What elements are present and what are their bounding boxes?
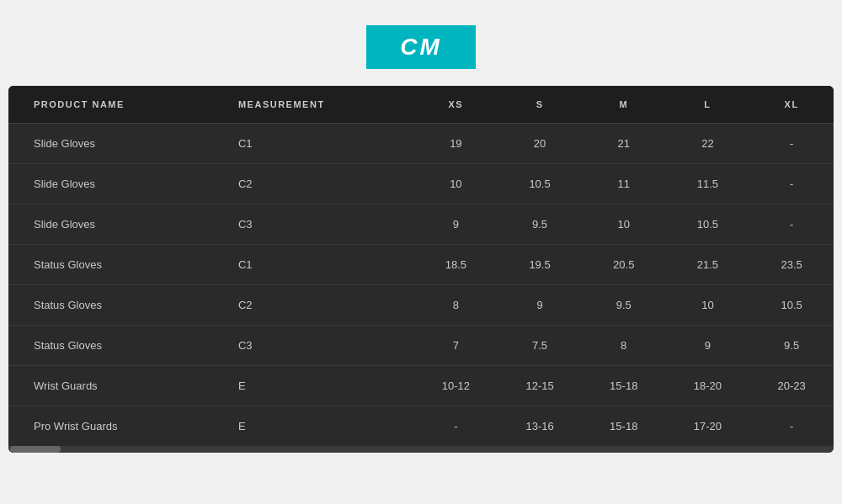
table-row: Slide GlovesC119202122- — [8, 124, 834, 164]
cell-l: 10 — [666, 285, 750, 326]
cm-badge: CM — [366, 25, 476, 69]
cell-m: 9.5 — [582, 285, 666, 326]
cell-product_name: Slide Gloves — [8, 164, 228, 204]
cell-m: 15-18 — [582, 366, 666, 406]
cell-measurement: C2 — [228, 285, 414, 326]
col-xl: XL — [749, 86, 834, 124]
cell-xl: - — [749, 164, 834, 204]
col-measurement: MEASUREMENT — [228, 86, 414, 124]
cell-m: 11 — [582, 164, 666, 204]
cell-xs: 18.5 — [414, 245, 498, 285]
scrollbar-thumb — [10, 446, 61, 453]
cell-l: 17-20 — [666, 406, 750, 447]
cell-xs: - — [414, 406, 498, 447]
cell-measurement: E — [228, 406, 414, 447]
cell-measurement: C2 — [228, 164, 414, 204]
cell-xl: 10.5 — [749, 285, 834, 326]
col-m: M — [582, 86, 666, 124]
cell-measurement: C1 — [228, 124, 414, 164]
cell-s: 10.5 — [498, 164, 582, 204]
table-row: Slide GlovesC399.51010.5- — [8, 204, 834, 245]
cell-l: 21.5 — [666, 245, 750, 285]
cell-measurement: E — [228, 366, 414, 406]
size-table: PRODUCT NAME MEASUREMENT XS S M L XL Sli… — [8, 86, 834, 446]
table-row: Status GlovesC118.519.520.521.523.5 — [8, 245, 834, 285]
cell-m: 8 — [582, 326, 666, 366]
cell-xs: 7 — [414, 326, 498, 366]
cell-product_name: Wrist Guards — [8, 366, 228, 406]
scroll-area[interactable]: PRODUCT NAME MEASUREMENT XS S M L XL Sli… — [8, 86, 834, 446]
cell-s: 19.5 — [498, 245, 582, 285]
cell-m: 21 — [582, 124, 666, 164]
cell-product_name: Status Gloves — [8, 326, 228, 366]
cell-measurement: C3 — [228, 204, 414, 245]
cell-s: 9.5 — [498, 204, 582, 245]
cell-xl: - — [749, 406, 834, 447]
cell-m: 20.5 — [582, 245, 666, 285]
table-row: Slide GlovesC21010.51111.5- — [8, 164, 834, 204]
cell-xl: 20-23 — [749, 366, 834, 406]
cell-l: 22 — [666, 124, 750, 164]
cell-xs: 10 — [414, 164, 498, 204]
cell-s: 9 — [498, 285, 582, 326]
col-product-name: PRODUCT NAME — [8, 86, 228, 124]
cell-m: 15-18 — [582, 406, 666, 447]
cell-s: 12-15 — [498, 366, 582, 406]
cell-l: 9 — [666, 326, 750, 366]
cell-xs: 19 — [414, 124, 498, 164]
cell-product_name: Slide Gloves — [8, 124, 228, 164]
col-l: L — [666, 86, 750, 124]
cell-product_name: Status Gloves — [8, 285, 228, 326]
cell-l: 18-20 — [666, 366, 750, 406]
table-row: Status GlovesC2899.51010.5 — [8, 285, 834, 326]
cell-xl: 23.5 — [749, 245, 834, 285]
table-row: Status GlovesC377.5899.5 — [8, 326, 834, 366]
table-row: Wrist GuardsE10-1212-1515-1818-2020-23 — [8, 366, 834, 406]
cell-product_name: Slide Gloves — [8, 204, 228, 245]
col-s: S — [498, 86, 582, 124]
cell-l: 10.5 — [666, 204, 750, 245]
cell-product_name: Pro Wrist Guards — [8, 406, 228, 447]
cell-xs: 10-12 — [414, 366, 498, 406]
cell-xs: 8 — [414, 285, 498, 326]
col-xs: XS — [414, 86, 498, 124]
table-header-row: PRODUCT NAME MEASUREMENT XS S M L XL — [8, 86, 834, 124]
table-row: Pro Wrist GuardsE-13-1615-1817-20- — [8, 406, 834, 447]
table-container: PRODUCT NAME MEASUREMENT XS S M L XL Sli… — [8, 86, 834, 453]
cell-xl: - — [749, 204, 834, 245]
cell-xl: - — [749, 124, 834, 164]
cell-s: 7.5 — [498, 326, 582, 366]
horizontal-scrollbar[interactable] — [8, 446, 834, 453]
cell-s: 13-16 — [498, 406, 582, 447]
cell-xl: 9.5 — [749, 326, 834, 366]
cell-measurement: C3 — [228, 326, 414, 366]
cell-l: 11.5 — [666, 164, 750, 204]
cell-xs: 9 — [414, 204, 498, 245]
cell-s: 20 — [498, 124, 582, 164]
cell-measurement: C1 — [228, 245, 414, 285]
cell-product_name: Status Gloves — [8, 245, 228, 285]
cell-m: 10 — [582, 204, 666, 245]
cm-label: CM — [400, 34, 442, 60]
